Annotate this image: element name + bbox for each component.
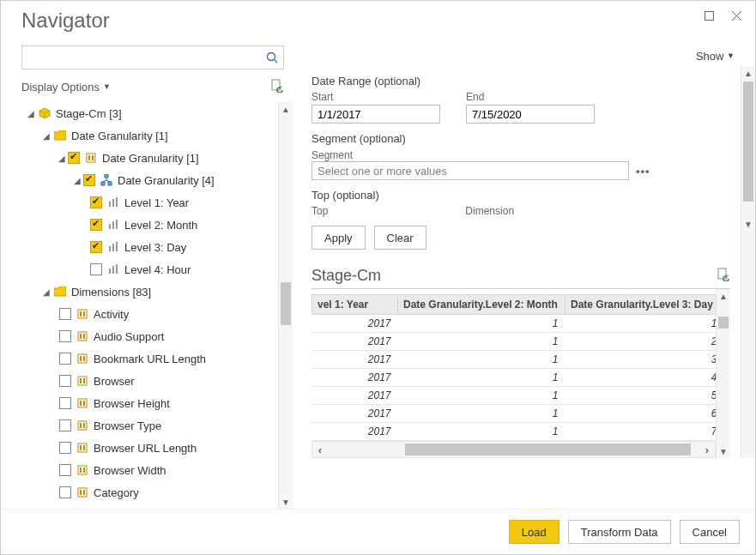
- window-title: Navigator: [21, 9, 110, 33]
- end-input[interactable]: [466, 105, 595, 124]
- left-pane: Display Options ▼ ◢ Stage-Cm [3]: [1, 40, 293, 509]
- svg-rect-29: [83, 334, 85, 339]
- table-v-scrollbar[interactable]: ▲ ▼: [716, 289, 730, 458]
- tree-scrollbar[interactable]: ▲ ▼: [278, 102, 293, 509]
- display-options[interactable]: Display Options ▼: [21, 75, 284, 99]
- scroll-up-icon[interactable]: ▲: [279, 102, 293, 116]
- scroll-up-icon[interactable]: ▲: [741, 66, 755, 80]
- svg-rect-20: [116, 242, 118, 251]
- checkbox[interactable]: [59, 442, 71, 454]
- tree-item-label: Level 3: Day: [124, 241, 186, 254]
- start-label: Start: [311, 91, 440, 103]
- clear-button[interactable]: Clear: [374, 226, 426, 250]
- expand-icon[interactable]: ◢: [40, 131, 52, 141]
- checkbox[interactable]: [90, 263, 102, 275]
- dimension-icon: [75, 442, 90, 454]
- refresh-icon[interactable]: [271, 79, 284, 95]
- scroll-down-icon[interactable]: ▼: [741, 217, 755, 231]
- scroll-right-icon[interactable]: ›: [699, 443, 715, 456]
- svg-rect-21: [109, 268, 111, 274]
- tree[interactable]: ◢ Stage-Cm [3] ◢ Date Granularity [1]: [21, 102, 278, 509]
- form-scrollbar[interactable]: ▲ ▼: [741, 66, 755, 458]
- level-icon: [106, 219, 121, 231]
- dimension-icon: [75, 419, 90, 431]
- svg-rect-5: [272, 80, 280, 90]
- checkbox[interactable]: [90, 219, 102, 231]
- search-input[interactable]: [22, 48, 261, 67]
- level-icon: [106, 196, 121, 208]
- scroll-thumb[interactable]: [743, 81, 753, 202]
- svg-rect-10: [101, 182, 105, 185]
- dimension-icon: [75, 486, 90, 498]
- checkbox[interactable]: [68, 152, 80, 164]
- col-day[interactable]: Date Granularity.Level 3: Day: [565, 295, 724, 315]
- checkbox[interactable]: [59, 486, 71, 498]
- svg-rect-15: [109, 224, 111, 229]
- scroll-left-icon[interactable]: ‹: [312, 443, 328, 456]
- svg-rect-27: [78, 332, 87, 341]
- col-month[interactable]: Date Granularity.Level 2: Month: [398, 295, 565, 315]
- dimension-icon: [75, 397, 90, 409]
- scroll-up-icon[interactable]: ▲: [717, 289, 730, 303]
- checkbox[interactable]: [59, 353, 71, 365]
- tree-item-label: Category: [94, 486, 139, 499]
- start-input[interactable]: [311, 105, 440, 124]
- close-icon[interactable]: [724, 6, 748, 25]
- expand-icon[interactable]: ◢: [71, 176, 83, 185]
- svg-rect-49: [80, 490, 82, 495]
- expand-icon[interactable]: ◢: [40, 287, 52, 297]
- level-icon: [106, 263, 121, 275]
- dimension-icon: [75, 353, 90, 365]
- svg-rect-30: [78, 354, 87, 363]
- segment-section: Segment (optional) Segment Select one or…: [311, 132, 730, 180]
- dimension-icon: [75, 375, 90, 387]
- right-pane: Show ▼ Date Range (optional) Start End: [293, 40, 755, 509]
- checkbox[interactable]: [59, 397, 71, 409]
- table-row: 201713: [312, 351, 724, 369]
- refresh-icon[interactable]: [717, 268, 730, 284]
- show-dropdown[interactable]: Show ▼: [311, 45, 755, 66]
- maximize-icon[interactable]: [697, 6, 721, 25]
- search-box[interactable]: [21, 45, 284, 69]
- svg-point-3: [268, 53, 275, 61]
- scroll-down-icon[interactable]: ▼: [279, 495, 293, 509]
- checkbox[interactable]: [83, 174, 95, 186]
- checkbox[interactable]: [90, 241, 102, 253]
- scroll-thumb[interactable]: [718, 317, 729, 329]
- svg-rect-13: [112, 199, 114, 207]
- expand-icon[interactable]: ◢: [25, 109, 37, 118]
- transform-data-button[interactable]: Transform Data: [568, 520, 671, 544]
- tree-item-label: Level 1: Year: [124, 196, 189, 209]
- level-icon: [106, 241, 121, 253]
- scroll-down-icon[interactable]: ▼: [717, 444, 730, 458]
- scroll-thumb[interactable]: [281, 282, 291, 325]
- search-icon[interactable]: [261, 51, 283, 63]
- svg-rect-24: [78, 310, 87, 318]
- expand-icon[interactable]: ◢: [56, 154, 68, 163]
- more-icon[interactable]: •••: [636, 165, 650, 178]
- tree-item-label: Date Granularity [4]: [118, 174, 215, 187]
- checkbox[interactable]: [59, 375, 71, 387]
- svg-rect-51: [718, 268, 726, 279]
- checkbox[interactable]: [90, 196, 102, 208]
- h-scrollbar[interactable]: ‹ ›: [311, 441, 716, 458]
- checkbox[interactable]: [59, 419, 71, 431]
- form-area: Date Range (optional) Start End: [311, 66, 755, 458]
- folder-icon: [52, 130, 68, 141]
- segment-title: Segment (optional): [311, 132, 730, 145]
- svg-rect-17: [116, 220, 118, 229]
- checkbox[interactable]: [59, 464, 71, 476]
- tree-root: Stage-Cm [3]: [56, 107, 122, 120]
- cancel-button[interactable]: Cancel: [680, 520, 740, 544]
- load-button[interactable]: Load: [509, 520, 559, 544]
- apply-button[interactable]: Apply: [311, 226, 366, 250]
- tree-item-label: Activity: [94, 308, 129, 321]
- scroll-thumb[interactable]: [405, 443, 691, 455]
- dimension-icon: [75, 464, 90, 476]
- col-year[interactable]: vel 1: Year: [312, 295, 398, 315]
- checkbox[interactable]: [59, 308, 71, 320]
- table-row: 201717: [312, 423, 724, 441]
- segment-select[interactable]: Select one or more values: [311, 161, 629, 180]
- checkbox[interactable]: [59, 330, 71, 342]
- segment-label: Segment: [311, 149, 353, 161]
